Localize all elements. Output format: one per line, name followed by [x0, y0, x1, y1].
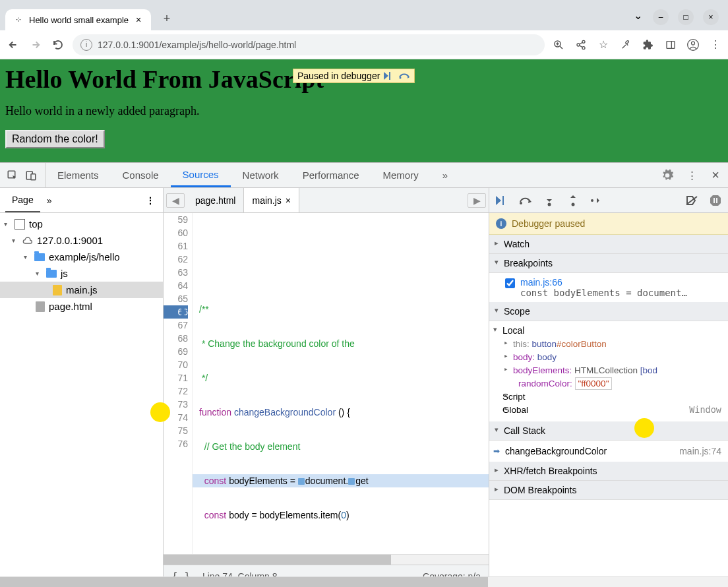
section-breakpoints[interactable]: Breakpoints — [489, 254, 728, 273]
overlay-resume-icon[interactable] — [384, 72, 394, 80]
profile-icon[interactable] — [686, 38, 700, 52]
tree-folder-example[interactable]: ▾ example/js/hello — [0, 249, 163, 265]
paused-text: Paused in debugger — [297, 71, 380, 81]
reload-button[interactable] — [50, 37, 66, 53]
step-icon[interactable] — [590, 193, 604, 208]
info-icon: i — [496, 218, 506, 229]
tree-folder-js[interactable]: ▾ js — [0, 265, 163, 282]
editor-tab-mainjs[interactable]: main.js × — [243, 188, 299, 212]
editor-history-icon[interactable]: ◀ — [166, 193, 185, 208]
editor-tabs: ◀ page.html main.js × ▶ — [164, 188, 489, 213]
svg-point-13 — [572, 202, 575, 206]
settings-icon[interactable] — [661, 169, 675, 182]
nav-tab-page[interactable]: Page — [5, 188, 40, 212]
scope-script[interactable]: Script — [489, 390, 728, 403]
scope-body[interactable]: body: body — [489, 350, 728, 363]
zoom-icon[interactable] — [551, 38, 566, 52]
tab-elements[interactable]: Elements — [46, 163, 111, 187]
scope-local[interactable]: Local — [489, 324, 728, 337]
tab-title: Hello world small example — [29, 15, 129, 25]
editor-horizontal-scrollbar[interactable] — [164, 554, 489, 565]
sources-navigator: Page » ⋮ ▾ top ▾ 127.0.0.1:9001 ▾ exampl… — [0, 188, 164, 587]
section-xhr[interactable]: XHR/fetch Breakpoints — [489, 462, 728, 481]
maximize-button[interactable]: □ — [678, 9, 694, 25]
svg-point-11 — [520, 202, 522, 204]
inspect-element-icon[interactable] — [5, 168, 20, 183]
scope-randomcolor[interactable]: randomColor: "ff0000" — [489, 377, 728, 390]
tab-console[interactable]: Console — [111, 163, 171, 187]
tree-file-pagehtml[interactable]: page.html — [0, 298, 163, 315]
eyedropper-icon[interactable] — [619, 38, 633, 52]
scope-bodyelements[interactable]: bodyElements: HTMLCollection [bod — [489, 363, 728, 377]
extensions-icon[interactable] — [641, 38, 655, 52]
folder-icon — [46, 270, 57, 278]
address-bar[interactable]: i 127.0.0.1:9001/example/js/hello-world/… — [73, 34, 545, 55]
section-dom[interactable]: DOM Breakpoints — [489, 481, 728, 500]
tree-file-mainjs[interactable]: main.js — [0, 282, 163, 298]
callstack-frame[interactable]: changeBackgroundColor main.js:74 — [489, 441, 728, 462]
sidepanel-icon[interactable] — [663, 38, 678, 52]
section-watch[interactable]: Watch — [489, 235, 728, 254]
browser-tab[interactable]: ⁘ Hello world small example × — [5, 9, 151, 30]
svg-rect-4 — [667, 41, 675, 48]
code-lines[interactable]: /** * Change the background color of the… — [193, 213, 489, 554]
share-icon[interactable] — [574, 38, 588, 52]
tab-memory[interactable]: Memory — [371, 163, 431, 187]
scope-global[interactable]: Global Window — [489, 403, 728, 416]
device-toolbar-icon[interactable] — [24, 168, 38, 183]
section-callstack[interactable]: Call Stack — [489, 421, 728, 441]
step-into-icon[interactable] — [542, 193, 557, 208]
random-color-button[interactable]: Random the color! — [5, 130, 105, 148]
svg-rect-10 — [31, 173, 36, 179]
tree-origin[interactable]: ▾ 127.0.0.1:9001 — [0, 232, 163, 249]
url-text: 127.0.0.1:9001/example/js/hello-world/pa… — [98, 40, 296, 50]
chevron-down-icon[interactable]: ⌄ — [632, 9, 644, 25]
breakpoint-item[interactable]: main.js:66 const bodyElements = document… — [489, 273, 728, 302]
svg-point-1 — [582, 40, 585, 43]
window-horizontal-scrollbar[interactable] — [0, 576, 728, 587]
nav-tab-more-icon[interactable]: » — [40, 188, 59, 212]
editor-run-icon[interactable]: ▶ — [468, 193, 486, 208]
tab-network[interactable]: Network — [231, 163, 291, 187]
new-tab-button[interactable]: + — [158, 9, 176, 28]
code-area[interactable]: 59606162 636465 66 67686970 71727374 757… — [164, 213, 489, 554]
deactivate-breakpoints-icon[interactable] — [684, 193, 699, 208]
step-out-icon[interactable] — [566, 193, 580, 208]
devtools-close-icon[interactable]: × — [708, 168, 723, 183]
section-scope[interactable]: Scope — [489, 302, 728, 321]
devtools-tabs: Elements Console Sources Network Perform… — [0, 163, 728, 188]
nav-more-icon[interactable]: ⋮ — [143, 195, 158, 206]
tab-more-icon[interactable]: » — [431, 163, 460, 187]
page-paragraph: Hello world in a newly added paragraph. — [5, 104, 723, 118]
site-info-icon[interactable]: i — [80, 39, 92, 51]
pause-exceptions-icon[interactable] — [708, 193, 723, 208]
highlight-dot — [150, 402, 170, 422]
scope-this[interactable]: this: button#colorButton — [489, 337, 728, 350]
tab-close-icon[interactable]: × — [134, 15, 143, 24]
svg-rect-16 — [716, 198, 717, 203]
js-file-icon — [53, 285, 62, 295]
sources-nav-tabs: Page » ⋮ — [0, 188, 163, 213]
tab-performance[interactable]: Performance — [291, 163, 371, 187]
menu-icon[interactable]: ⋮ — [708, 38, 723, 52]
debug-toolbar — [489, 188, 728, 213]
gutter[interactable]: 59606162 636465 66 67686970 71727374 757… — [164, 213, 193, 554]
breakpoint-checkbox[interactable] — [505, 278, 515, 288]
tab-sources[interactable]: Sources — [171, 163, 231, 187]
minimize-button[interactable]: – — [653, 9, 669, 25]
close-window-button[interactable]: × — [703, 9, 719, 25]
editor-tab-close-icon[interactable]: × — [286, 195, 291, 206]
svg-point-14 — [591, 199, 593, 202]
step-over-icon[interactable] — [518, 193, 533, 208]
overlay-step-icon[interactable] — [398, 72, 410, 80]
resume-icon[interactable] — [495, 193, 509, 208]
bookmark-icon[interactable]: ☆ — [596, 38, 611, 52]
svg-point-6 — [692, 42, 695, 45]
forward-button[interactable] — [28, 37, 44, 53]
devtools-menu-icon[interactable]: ⋮ — [684, 170, 699, 181]
breakpoint-marker[interactable]: 66 — [164, 305, 188, 319]
tree-top[interactable]: ▾ top — [0, 216, 163, 232]
debugger-panel: i Debugger paused Watch Breakpoints main… — [489, 188, 728, 587]
back-button[interactable] — [5, 37, 21, 53]
editor-tab-pagehtml[interactable]: page.html — [187, 188, 243, 212]
